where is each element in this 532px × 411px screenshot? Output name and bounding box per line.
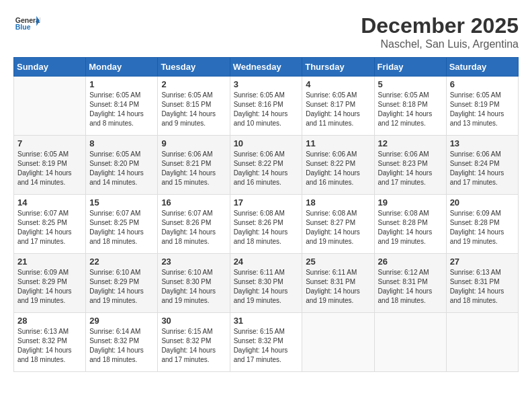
day-info: Sunrise: 6:05 AM Sunset: 8:20 PM Dayligh… bbox=[89, 150, 154, 187]
day-info: Sunrise: 6:09 AM Sunset: 8:29 PM Dayligh… bbox=[17, 268, 82, 306]
day-info: Sunrise: 6:07 AM Sunset: 8:26 PM Dayligh… bbox=[161, 209, 226, 246]
day-number: 24 bbox=[234, 257, 299, 267]
calendar-cell: 14Sunrise: 6:07 AM Sunset: 8:25 PM Dayli… bbox=[14, 195, 86, 254]
calendar-cell: 3Sunrise: 6:05 AM Sunset: 8:16 PM Daylig… bbox=[230, 77, 302, 136]
calendar-cell: 21Sunrise: 6:09 AM Sunset: 8:29 PM Dayli… bbox=[14, 254, 86, 313]
calendar-cell bbox=[374, 313, 446, 372]
calendar-week-row: 21Sunrise: 6:09 AM Sunset: 8:29 PM Dayli… bbox=[14, 254, 519, 313]
day-number: 31 bbox=[234, 316, 299, 326]
calendar-day-header: Tuesday bbox=[158, 58, 230, 77]
page-header: General Blue December 2025 Naschel, San … bbox=[13, 13, 519, 50]
day-number: 22 bbox=[89, 257, 154, 267]
calendar-cell: 28Sunrise: 6:13 AM Sunset: 8:32 PM Dayli… bbox=[14, 313, 86, 372]
day-number: 6 bbox=[450, 79, 515, 89]
day-number: 21 bbox=[17, 257, 82, 267]
calendar-cell: 7Sunrise: 6:05 AM Sunset: 8:19 PM Daylig… bbox=[14, 136, 86, 195]
calendar-day-header: Wednesday bbox=[230, 58, 302, 77]
calendar-cell: 15Sunrise: 6:07 AM Sunset: 8:25 PM Dayli… bbox=[86, 195, 158, 254]
calendar-day-header: Sunday bbox=[14, 58, 86, 77]
location-title: Naschel, San Luis, Argentina bbox=[361, 38, 519, 50]
day-info: Sunrise: 6:05 AM Sunset: 8:19 PM Dayligh… bbox=[450, 91, 515, 128]
day-info: Sunrise: 6:06 AM Sunset: 8:21 PM Dayligh… bbox=[161, 150, 226, 187]
calendar-cell: 20Sunrise: 6:09 AM Sunset: 8:28 PM Dayli… bbox=[446, 195, 518, 254]
day-info: Sunrise: 6:05 AM Sunset: 8:16 PM Dayligh… bbox=[234, 91, 299, 128]
day-number: 20 bbox=[450, 197, 515, 208]
calendar-cell: 1Sunrise: 6:05 AM Sunset: 8:14 PM Daylig… bbox=[86, 77, 158, 136]
calendar-cell: 25Sunrise: 6:11 AM Sunset: 8:31 PM Dayli… bbox=[302, 254, 374, 313]
day-info: Sunrise: 6:07 AM Sunset: 8:25 PM Dayligh… bbox=[89, 209, 154, 246]
calendar-cell: 29Sunrise: 6:14 AM Sunset: 8:32 PM Dayli… bbox=[86, 313, 158, 372]
calendar-cell: 2Sunrise: 6:05 AM Sunset: 8:15 PM Daylig… bbox=[158, 77, 230, 136]
calendar-week-row: 14Sunrise: 6:07 AM Sunset: 8:25 PM Dayli… bbox=[14, 195, 519, 254]
calendar-header-row: SundayMondayTuesdayWednesdayThursdayFrid… bbox=[14, 58, 519, 77]
title-area: December 2025 Naschel, San Luis, Argenti… bbox=[361, 13, 519, 50]
day-number: 17 bbox=[234, 197, 299, 208]
day-number: 14 bbox=[17, 197, 82, 208]
day-number: 5 bbox=[378, 79, 443, 89]
day-info: Sunrise: 6:05 AM Sunset: 8:15 PM Dayligh… bbox=[161, 91, 226, 128]
calendar-cell: 23Sunrise: 6:10 AM Sunset: 8:30 PM Dayli… bbox=[158, 254, 230, 313]
calendar-day-header: Saturday bbox=[446, 58, 518, 77]
day-number: 4 bbox=[306, 79, 370, 89]
calendar-day-header: Friday bbox=[374, 58, 446, 77]
calendar-table: SundayMondayTuesdayWednesdayThursdayFrid… bbox=[13, 57, 519, 372]
day-info: Sunrise: 6:10 AM Sunset: 8:30 PM Dayligh… bbox=[161, 268, 226, 306]
calendar-cell bbox=[14, 77, 86, 136]
calendar-cell bbox=[302, 313, 374, 372]
day-info: Sunrise: 6:05 AM Sunset: 8:19 PM Dayligh… bbox=[17, 150, 82, 187]
calendar-day-header: Monday bbox=[86, 58, 158, 77]
day-number: 15 bbox=[89, 197, 154, 208]
day-info: Sunrise: 6:08 AM Sunset: 8:28 PM Dayligh… bbox=[378, 209, 443, 246]
day-number: 7 bbox=[17, 138, 82, 148]
calendar-cell: 4Sunrise: 6:05 AM Sunset: 8:17 PM Daylig… bbox=[302, 77, 374, 136]
day-number: 27 bbox=[450, 257, 515, 267]
day-info: Sunrise: 6:12 AM Sunset: 8:31 PM Dayligh… bbox=[378, 268, 443, 306]
day-info: Sunrise: 6:08 AM Sunset: 8:26 PM Dayligh… bbox=[234, 209, 299, 246]
day-number: 18 bbox=[306, 197, 370, 208]
day-info: Sunrise: 6:05 AM Sunset: 8:14 PM Dayligh… bbox=[89, 91, 154, 128]
day-number: 12 bbox=[378, 138, 443, 148]
day-info: Sunrise: 6:08 AM Sunset: 8:27 PM Dayligh… bbox=[306, 209, 370, 246]
day-number: 10 bbox=[234, 138, 299, 148]
calendar-week-row: 1Sunrise: 6:05 AM Sunset: 8:14 PM Daylig… bbox=[14, 77, 519, 136]
calendar-week-row: 7Sunrise: 6:05 AM Sunset: 8:19 PM Daylig… bbox=[14, 136, 519, 195]
day-info: Sunrise: 6:07 AM Sunset: 8:25 PM Dayligh… bbox=[17, 209, 82, 246]
day-info: Sunrise: 6:05 AM Sunset: 8:18 PM Dayligh… bbox=[378, 91, 443, 128]
calendar-cell: 27Sunrise: 6:13 AM Sunset: 8:31 PM Dayli… bbox=[446, 254, 518, 313]
day-info: Sunrise: 6:06 AM Sunset: 8:24 PM Dayligh… bbox=[450, 150, 515, 187]
calendar-cell bbox=[446, 313, 518, 372]
calendar-cell: 13Sunrise: 6:06 AM Sunset: 8:24 PM Dayli… bbox=[446, 136, 518, 195]
calendar-cell: 22Sunrise: 6:10 AM Sunset: 8:29 PM Dayli… bbox=[86, 254, 158, 313]
logo: General Blue bbox=[13, 13, 40, 34]
day-number: 8 bbox=[89, 138, 154, 148]
calendar-cell: 5Sunrise: 6:05 AM Sunset: 8:18 PM Daylig… bbox=[374, 77, 446, 136]
day-number: 29 bbox=[89, 316, 154, 326]
calendar-cell: 19Sunrise: 6:08 AM Sunset: 8:28 PM Dayli… bbox=[374, 195, 446, 254]
svg-text:Blue: Blue bbox=[15, 23, 31, 31]
day-number: 1 bbox=[89, 79, 154, 89]
calendar-cell: 31Sunrise: 6:15 AM Sunset: 8:32 PM Dayli… bbox=[230, 313, 302, 372]
day-info: Sunrise: 6:13 AM Sunset: 8:32 PM Dayligh… bbox=[17, 327, 82, 365]
month-title: December 2025 bbox=[361, 13, 519, 38]
calendar-cell: 30Sunrise: 6:15 AM Sunset: 8:32 PM Dayli… bbox=[158, 313, 230, 372]
day-number: 9 bbox=[161, 138, 226, 148]
day-number: 30 bbox=[161, 316, 226, 326]
day-number: 19 bbox=[378, 197, 443, 208]
calendar-cell: 8Sunrise: 6:05 AM Sunset: 8:20 PM Daylig… bbox=[86, 136, 158, 195]
logo-icon: General Blue bbox=[13, 13, 40, 34]
calendar-day-header: Thursday bbox=[302, 58, 374, 77]
calendar-cell: 10Sunrise: 6:06 AM Sunset: 8:22 PM Dayli… bbox=[230, 136, 302, 195]
day-info: Sunrise: 6:14 AM Sunset: 8:32 PM Dayligh… bbox=[89, 327, 154, 365]
day-info: Sunrise: 6:05 AM Sunset: 8:17 PM Dayligh… bbox=[306, 91, 370, 128]
calendar-cell: 12Sunrise: 6:06 AM Sunset: 8:23 PM Dayli… bbox=[374, 136, 446, 195]
day-info: Sunrise: 6:13 AM Sunset: 8:31 PM Dayligh… bbox=[450, 268, 515, 306]
calendar-cell: 11Sunrise: 6:06 AM Sunset: 8:22 PM Dayli… bbox=[302, 136, 374, 195]
day-info: Sunrise: 6:15 AM Sunset: 8:32 PM Dayligh… bbox=[234, 327, 299, 365]
day-number: 26 bbox=[378, 257, 443, 267]
day-number: 23 bbox=[161, 257, 226, 267]
day-info: Sunrise: 6:09 AM Sunset: 8:28 PM Dayligh… bbox=[450, 209, 515, 246]
day-info: Sunrise: 6:06 AM Sunset: 8:23 PM Dayligh… bbox=[378, 150, 443, 187]
day-info: Sunrise: 6:11 AM Sunset: 8:30 PM Dayligh… bbox=[234, 268, 299, 306]
calendar-cell: 17Sunrise: 6:08 AM Sunset: 8:26 PM Dayli… bbox=[230, 195, 302, 254]
day-info: Sunrise: 6:06 AM Sunset: 8:22 PM Dayligh… bbox=[306, 150, 370, 187]
